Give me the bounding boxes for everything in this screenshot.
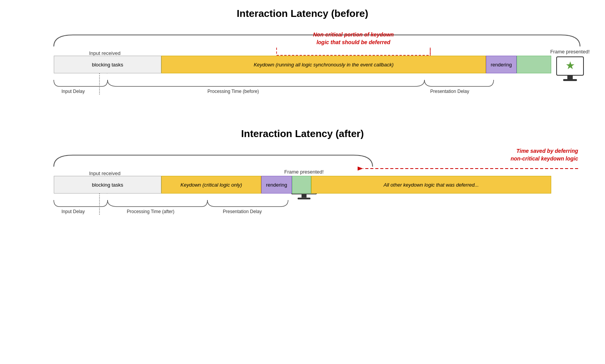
- non-critical-line2: logic that should be deferred: [317, 39, 390, 45]
- input-delay-label-after: Input Delay: [61, 209, 85, 214]
- green-block-after: [292, 176, 311, 194]
- rendering-label-before: rendering: [491, 62, 512, 68]
- before-section: Interaction Latency (before) Input recei…: [23, 8, 582, 105]
- deferred-label-after: All other keydown logic that was deferre…: [381, 182, 482, 188]
- keydown-label-before: Keydown (running all logic synchronously…: [250, 62, 396, 68]
- svg-rect-3: [563, 79, 577, 81]
- main-container: Interaction Latency (before) Input recei…: [0, 0, 605, 256]
- input-delay-label-before: Input Delay: [61, 89, 85, 94]
- after-bottom-labels: Input Delay Processing Time (after) Pres…: [54, 198, 551, 225]
- blocking-label-before: blocking tasks: [92, 62, 123, 68]
- monitor-icon-before: ★: [555, 56, 585, 83]
- before-bottom-braces-svg: [54, 78, 551, 105]
- keydown-label-after: Keydown (critical logic only): [177, 182, 245, 188]
- rendering-block-before: rendering: [486, 56, 517, 73]
- rendering-label-after: rendering: [266, 182, 287, 188]
- blocking-label-after: blocking tasks: [92, 182, 123, 188]
- time-saved-note: Time saved by deferring non-critical key…: [359, 147, 582, 175]
- time-saved-arrow-svg: [359, 165, 582, 174]
- processing-time-label-after: Processing Time (after): [127, 209, 174, 214]
- presentation-delay-label-before: Presentation Delay: [430, 89, 469, 94]
- deferred-block-after: All other keydown logic that was deferre…: [311, 176, 551, 194]
- after-timeline-row: blocking tasks Keydown (critical logic o…: [54, 174, 551, 195]
- frame-presented-group-before: Frame presented! ★: [550, 49, 590, 84]
- non-critical-line1: Non-critical portion of keydown: [313, 31, 394, 38]
- green-block-before: [517, 56, 551, 73]
- before-timeline-row: blocking tasks Keydown (running all logi…: [54, 54, 551, 75]
- processing-time-label-before: Processing Time (before): [207, 89, 259, 94]
- after-title: Interaction Latency (after): [23, 128, 582, 140]
- after-diagram-area: Input received ✳ ↖ Frame presented! ★: [23, 174, 582, 225]
- frame-presented-label-after: Frame presented!: [284, 169, 324, 175]
- svg-text:★: ★: [565, 60, 575, 71]
- before-diagram-area: Input received ✳ ↖ Frame presented! ★: [23, 54, 582, 105]
- after-section: Interaction Latency (after) Time saved b…: [23, 128, 582, 225]
- rendering-block-after: rendering: [261, 176, 292, 194]
- svg-rect-2: [567, 75, 573, 79]
- before-bottom-labels: Input Delay Processing Time (before) Pre…: [54, 78, 551, 105]
- after-top-brace: Time saved by deferring non-critical key…: [23, 151, 582, 170]
- keydown-block-before: Keydown (running all logic synchronously…: [161, 56, 486, 73]
- blocking-block-before: blocking tasks: [54, 56, 161, 73]
- time-saved-line1: Time saved by deferring: [516, 148, 578, 154]
- presentation-delay-label-after: Presentation Delay: [223, 209, 262, 214]
- frame-presented-label-before: Frame presented!: [550, 49, 590, 55]
- keydown-block-after: Keydown (critical logic only): [161, 176, 261, 194]
- blocking-block-after: blocking tasks: [54, 176, 161, 194]
- before-title: Interaction Latency (before): [23, 8, 582, 20]
- time-saved-line2: non-critical keydown logic: [511, 156, 578, 162]
